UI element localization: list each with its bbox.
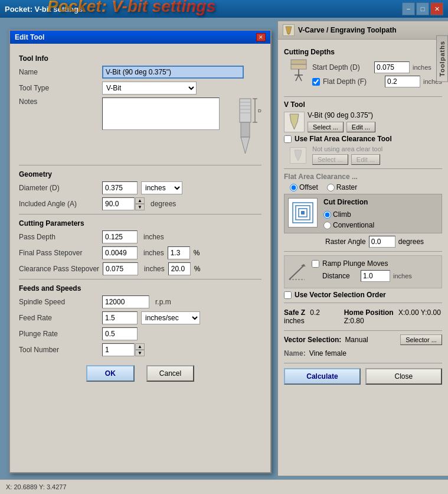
svg-rect-24 [301,211,305,214]
spindle-speed-input[interactable] [102,295,149,308]
vtool-svg [287,113,302,131]
final-pass-stepover-input[interactable] [102,246,138,259]
conventional-text: Conventional [333,221,374,229]
tool-number-down[interactable]: ▼ [135,350,145,356]
close-button-rp[interactable]: Close [365,368,442,385]
raster-angle-input[interactable] [369,236,395,248]
feed-rate-input[interactable] [102,311,138,324]
close-button[interactable]: ✕ [430,2,443,15]
cancel-button[interactable]: Cancel [146,365,194,382]
clearance-pass-pct-sign: % [194,265,201,273]
clearance-pass-stepover-pct-input[interactable] [168,262,191,275]
tool-type-select[interactable]: V-Bit [102,82,197,95]
diameter-unit-select[interactable]: inches [141,181,182,194]
included-angle-up[interactable]: ▲ [135,197,145,204]
pass-depth-input[interactable] [102,230,138,243]
climb-radio[interactable] [323,211,331,219]
v-tool-select-button[interactable]: Select ... [308,122,344,132]
svg-marker-27 [301,264,306,266]
toolpaths-tab[interactable]: Toolpaths [436,35,448,82]
final-pass-stepover-unit: inches [143,249,164,257]
flat-depth-label: Flat Depth (F) [323,77,382,86]
cut-direction-header: Cut Direction [323,198,374,206]
flat-area-buttons: Select ... Edit ... [312,154,442,165]
svg-marker-11 [286,27,292,34]
clearance-pass-stepover-unit: inches [144,265,165,273]
raster-angle-unit: degrees [398,238,424,246]
offset-radio[interactable] [290,184,297,191]
name-input[interactable] [102,66,244,79]
home-position-item: Home Position X:0.00 Y:0.00 Z:0.80 [344,308,442,325]
diameter-input[interactable] [102,181,138,194]
final-pass-pct-sign: % [194,249,200,257]
ramp-plunge-checkbox[interactable] [312,260,319,268]
use-flat-area-row: Use Flat Area Clearance Tool [284,135,442,143]
svg-marker-19 [290,114,299,129]
selector-button[interactable]: Selector ... [400,334,442,345]
flat-depth-input[interactable] [385,76,420,87]
start-depth-input[interactable] [374,61,410,73]
tool-number-up[interactable]: ▲ [135,343,145,350]
not-using-area-text: Not using area clear tool [312,145,442,152]
flat-area-edit-button[interactable]: Edit ... [351,154,380,165]
included-angle-unit: degrees [151,200,176,208]
name-row: Name [19,66,261,79]
status-bar: X: 20.6889 Y: 3.4277 [0,479,448,494]
included-angle-input[interactable] [102,197,135,210]
raster-label: Raster [336,183,357,191]
cut-direction-box: Cut Direction Climb Conventional [284,194,442,233]
v-tool-icon-area [284,112,305,132]
plunge-rate-row: Plunge Rate [19,327,261,340]
start-depth-row: Start Depth (D) inches [312,61,442,73]
included-angle-down[interactable]: ▼ [135,204,145,210]
use-vector-selection-row: Use Vector Selection Order [284,291,442,299]
feed-rate-unit-select[interactable]: inches/sec [141,311,200,324]
minimize-button[interactable]: − [402,2,415,15]
raster-radio[interactable] [327,184,335,191]
climb-label[interactable]: Climb [323,210,374,219]
safez-item: Safe Z 0.2 inches [284,308,332,325]
dialog-title: Edit Tool [15,33,44,41]
use-flat-area-checkbox[interactable] [284,135,292,143]
dialog-close-button[interactable]: ✕ [256,33,266,41]
ramp-distance-unit: inches [393,272,412,280]
flat-area-select-button[interactable]: Select ... [312,154,348,165]
conventional-radio[interactable] [323,222,331,229]
name-value-rp: Vine female [309,349,346,358]
calculate-button[interactable]: Calculate [284,368,361,385]
ok-button[interactable]: OK [86,365,135,382]
conventional-label[interactable]: Conventional [323,221,374,229]
spindle-speed-label: Spindle Speed [19,298,99,306]
rp-separator-3 [284,251,442,252]
raster-radio-label[interactable]: Raster [327,183,357,191]
pass-depth-unit: inches [143,233,164,241]
offset-radio-label[interactable]: Offset [290,183,318,191]
maximize-button[interactable]: □ [416,2,429,15]
flat-area-icon [290,147,306,164]
v-tool-edit-button[interactable]: Edit ... [346,122,375,132]
svg-rect-5 [241,122,250,137]
start-depth-unit: inches [413,64,431,71]
name-label-rp: Name: [284,349,306,358]
rp-separator-6 [284,363,442,363]
use-vector-selection-checkbox[interactable] [284,291,292,299]
ramp-distance-input[interactable] [361,270,390,282]
notes-textarea[interactable] [102,98,220,130]
right-panel-icon [283,24,295,36]
ramp-distance-row: Distance inches [322,270,412,282]
included-angle-label: Included Angle (A) [19,200,99,208]
final-pass-stepover-pct-input[interactable] [168,246,190,259]
ramp-svg [288,262,306,282]
offset-label: Offset [299,183,318,191]
notes-label: Notes [19,98,99,106]
cut-direction-svg [290,200,315,225]
clearance-pass-stepover-input[interactable] [103,262,138,275]
rp-separator-5 [284,330,442,331]
flat-depth-checkbox[interactable] [312,78,320,86]
v-tool-header: V Tool [284,100,442,109]
flat-depth-row: Flat Depth (F) inches [312,76,442,87]
plunge-rate-input[interactable] [102,327,138,340]
tool-number-input[interactable] [102,343,135,356]
bottom-buttons: Calculate Close [284,368,442,385]
separator-1 [19,165,261,165]
